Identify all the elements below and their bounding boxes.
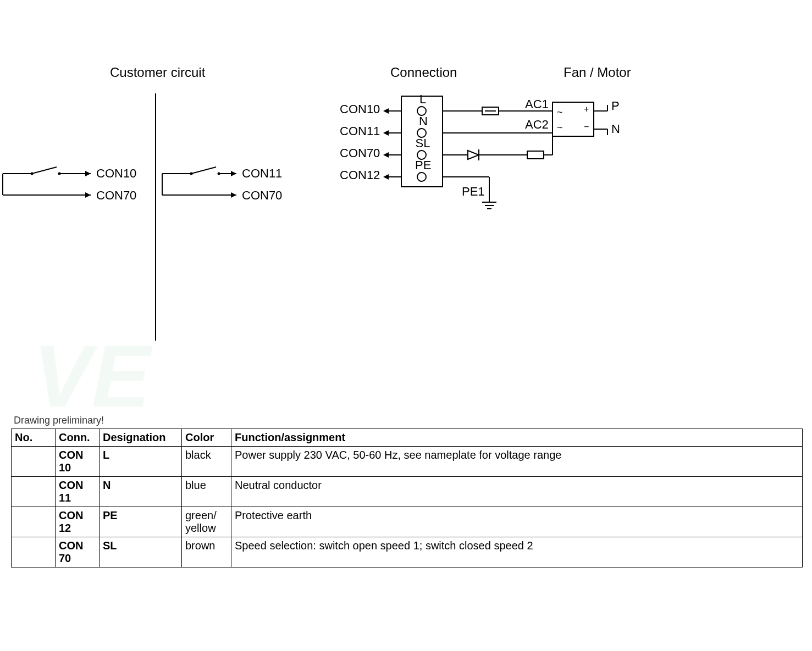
label-P: P <box>611 99 620 113</box>
svg-marker-29 <box>383 152 389 158</box>
th-no: No. <box>12 429 56 447</box>
cell-no <box>12 537 56 567</box>
cell-designation: PE <box>100 507 182 537</box>
conn-con12: CON12 <box>340 168 380 182</box>
pin-L: L <box>419 92 427 107</box>
table-row: CON 10 L black Power supply 230 VAC, 50-… <box>12 447 803 477</box>
cell-conn: CON 12 <box>56 507 100 537</box>
cell-conn: CON 11 <box>56 477 100 507</box>
cell-no <box>12 447 56 477</box>
conn-con11: CON11 <box>340 124 380 138</box>
label-pe1: PE1 <box>462 185 485 199</box>
svg-marker-31 <box>383 174 389 180</box>
label-tilde2: ~ <box>557 122 563 133</box>
cell-function: Speed selection: switch open speed 1; sw… <box>231 537 803 567</box>
label-minus: − <box>584 122 589 132</box>
cell-conn: CON 10 <box>56 447 100 477</box>
label-N-motor: N <box>611 122 620 136</box>
svg-point-2 <box>31 173 34 175</box>
cell-function: Protective earth <box>231 507 803 537</box>
svg-marker-27 <box>383 130 389 136</box>
pin-PE: PE <box>415 158 430 173</box>
svg-marker-5 <box>85 171 91 176</box>
pin-N: N <box>419 114 427 129</box>
cust-con11: CON11 <box>242 166 282 181</box>
th-color: Color <box>182 429 231 447</box>
svg-point-12 <box>190 173 193 175</box>
label-plus: + <box>584 104 589 114</box>
conn-con70: CON70 <box>340 146 380 160</box>
table-row: CON 12 PE green/ yellow Protective earth <box>12 507 803 537</box>
svg-marker-38 <box>468 151 479 159</box>
cell-color: blue <box>182 477 231 507</box>
th-conn: Conn. <box>56 429 100 447</box>
cell-designation: L <box>100 447 182 477</box>
cell-designation: N <box>100 477 182 507</box>
pin-SL: SL <box>415 136 430 151</box>
label-fan-motor: Fan / Motor <box>564 65 631 80</box>
cell-color: green/ yellow <box>182 507 231 537</box>
svg-rect-41 <box>527 151 544 159</box>
table-row: CON 70 SL brown Speed selection: switch … <box>12 537 803 567</box>
drawing-note: Drawing preliminary! <box>14 415 104 426</box>
th-function: Function/assignment <box>231 429 803 447</box>
svg-marker-8 <box>85 192 91 198</box>
cell-function: Neutral conductor <box>231 477 803 507</box>
label-connection: Connection <box>390 65 457 80</box>
cell-function: Power supply 230 VAC, 50-60 Hz, see name… <box>231 447 803 477</box>
cell-no <box>12 507 56 537</box>
cell-color: brown <box>182 537 231 567</box>
connection-table: No. Conn. Designation Color Function/ass… <box>11 429 803 567</box>
cell-no <box>12 477 56 507</box>
cust-con70-right: CON70 <box>242 188 282 203</box>
diagram-area: Customer circuit Connection Fan / Motor … <box>0 55 812 357</box>
label-ac1: AC1 <box>525 97 549 112</box>
svg-point-23 <box>417 173 426 181</box>
cell-designation: SL <box>100 537 182 567</box>
label-tilde1: ~ <box>557 107 563 118</box>
svg-marker-25 <box>383 108 389 114</box>
cell-color: black <box>182 447 231 477</box>
table-header-row: No. Conn. Designation Color Function/ass… <box>12 429 803 447</box>
label-ac2: AC2 <box>525 118 549 132</box>
svg-line-1 <box>32 167 57 174</box>
cust-con10: CON10 <box>96 166 136 181</box>
svg-marker-18 <box>231 192 236 198</box>
table-row: CON 11 N blue Neutral conductor <box>12 477 803 507</box>
svg-marker-15 <box>231 171 236 176</box>
conn-con10: CON10 <box>340 102 380 116</box>
cell-conn: CON 70 <box>56 537 100 567</box>
cust-con70-left: CON70 <box>96 188 136 203</box>
th-designation: Designation <box>100 429 182 447</box>
svg-line-11 <box>191 167 216 174</box>
